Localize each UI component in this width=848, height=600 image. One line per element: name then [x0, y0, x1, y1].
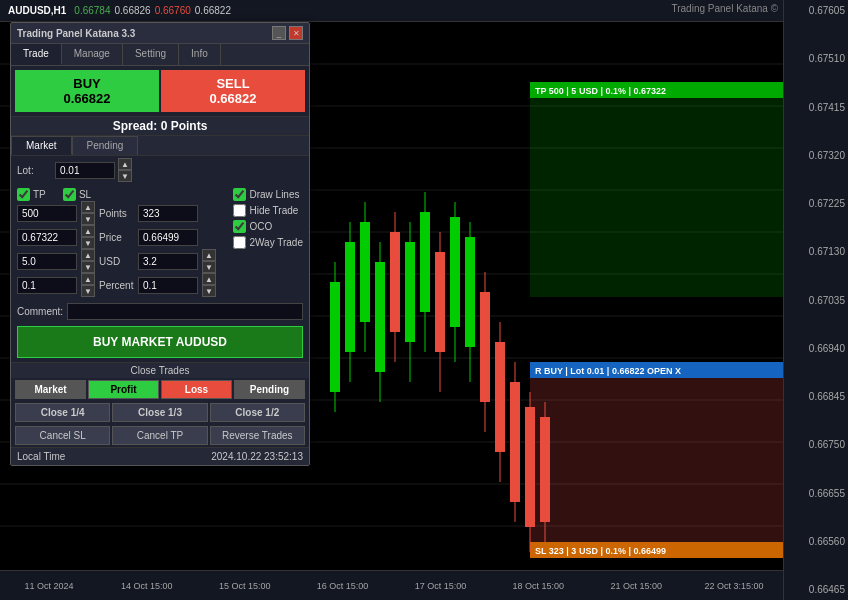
oco-label[interactable]: OCO — [233, 220, 303, 233]
comment-input[interactable] — [67, 303, 303, 320]
reverse-trades-button[interactable]: Reverse Trades — [210, 426, 305, 445]
local-time-value: 2024.10.22 23:52:13 — [211, 451, 303, 462]
svg-rect-40 — [465, 237, 475, 347]
close-market-button[interactable]: Market — [15, 380, 86, 399]
buy-price: 0.66822 — [21, 91, 153, 106]
draw-lines-checkbox[interactable] — [233, 188, 246, 201]
sl-pct-increment[interactable]: ▲ — [202, 273, 216, 285]
sl-label: SL — [79, 189, 91, 200]
tp-pct-spinner: ▲ ▼ — [81, 273, 95, 297]
tab-manage[interactable]: Manage — [62, 44, 123, 65]
tp-price-increment[interactable]: ▲ — [81, 225, 95, 237]
tp-row: TP SL — [17, 188, 219, 201]
sell-label: SELL — [167, 76, 299, 91]
draw-lines-text: Draw Lines — [249, 189, 299, 200]
svg-text:TP 500 | 5 USD | 0.1% | 0.6732: TP 500 | 5 USD | 0.1% | 0.67322 — [535, 86, 666, 96]
tp-pct-input[interactable] — [17, 277, 77, 294]
price-tick: 0.66560 — [787, 536, 845, 547]
main-form: TP SL ▲ ▼ Points — [11, 184, 309, 301]
close-trades-row: Market Profit Loss Pending — [11, 378, 309, 401]
svg-rect-36 — [435, 252, 445, 352]
close-pending-button[interactable]: Pending — [234, 380, 305, 399]
close-trades-header: Close Trades — [11, 362, 309, 378]
sl-usd-input[interactable] — [138, 253, 198, 270]
close-loss-button[interactable]: Loss — [161, 380, 232, 399]
right-options: Draw Lines Hide Trade OCO 2Way Trade — [233, 188, 303, 297]
close-profit-button[interactable]: Profit — [88, 380, 159, 399]
tp-increment[interactable]: ▲ — [81, 201, 95, 213]
price-tick: 0.66750 — [787, 439, 845, 450]
tp-usd-increment[interactable]: ▲ — [81, 249, 95, 261]
price-tick: 0.66465 — [787, 584, 845, 595]
lot-decrement[interactable]: ▼ — [118, 170, 132, 182]
time-tick: 21 Oct 15:00 — [587, 581, 685, 591]
tp-usd-decrement[interactable]: ▼ — [81, 261, 95, 273]
comment-row: Comment: — [11, 301, 309, 322]
sl-pct-spinner: ▲ ▼ — [202, 273, 216, 297]
tp-usd-input[interactable] — [17, 253, 77, 270]
sub-tab-market[interactable]: Market — [11, 136, 72, 155]
lot-increment[interactable]: ▲ — [118, 158, 132, 170]
price-tick: 0.66655 — [787, 488, 845, 499]
tab-info[interactable]: Info — [179, 44, 221, 65]
price-tick: 0.67510 — [787, 53, 845, 64]
panel-controls: _ ✕ — [272, 26, 303, 40]
tp-checkbox-label[interactable]: TP — [17, 188, 46, 201]
two-way-text: 2Way Trade — [249, 237, 303, 248]
sl-pct-input[interactable] — [138, 277, 198, 294]
cancel-sl-button[interactable]: Cancel SL — [15, 426, 110, 445]
price-row: ▲ ▼ Price — [17, 225, 219, 249]
minimize-button[interactable]: _ — [272, 26, 286, 40]
price-close: 0.66822 — [195, 5, 231, 16]
sl-usd-decrement[interactable]: ▼ — [202, 261, 216, 273]
close-half-button[interactable]: Close 1/2 — [210, 403, 305, 422]
two-way-label[interactable]: 2Way Trade — [233, 236, 303, 249]
tp-price-input[interactable] — [17, 229, 77, 246]
tp-usd-spinner: ▲ ▼ — [81, 249, 95, 273]
sell-button[interactable]: SELL 0.66822 — [161, 70, 305, 112]
buy-market-button[interactable]: BUY MARKET AUDUSD — [17, 326, 303, 358]
tp-price-decrement[interactable]: ▼ — [81, 237, 95, 249]
top-right-branding: Trading Panel Katana © — [671, 3, 778, 14]
svg-rect-30 — [390, 232, 400, 332]
hide-trade-checkbox[interactable] — [233, 204, 246, 217]
close-third-button[interactable]: Close 1/3 — [112, 403, 207, 422]
buy-sell-row: BUY 0.66822 SELL 0.66822 — [11, 66, 309, 116]
tab-trade[interactable]: Trade — [11, 44, 62, 65]
svg-rect-13 — [530, 82, 783, 297]
price-tick: 0.67130 — [787, 246, 845, 257]
tp-pct-increment[interactable]: ▲ — [81, 273, 95, 285]
svg-rect-44 — [495, 342, 505, 452]
cancel-tp-button[interactable]: Cancel TP — [112, 426, 207, 445]
sub-tab-pending[interactable]: Pending — [72, 136, 139, 155]
price-label: 0.66784 — [74, 5, 110, 16]
action-row: Cancel SL Cancel TP Reverse Trades — [11, 424, 309, 447]
sl-points-input[interactable] — [138, 205, 198, 222]
svg-rect-38 — [450, 217, 460, 327]
tp-checkbox[interactable] — [17, 188, 30, 201]
lot-input[interactable] — [55, 162, 115, 179]
sl-usd-increment[interactable]: ▲ — [202, 249, 216, 261]
close-button[interactable]: ✕ — [289, 26, 303, 40]
sl-pct-decrement[interactable]: ▼ — [202, 285, 216, 297]
sl-checkbox-label[interactable]: SL — [63, 188, 91, 201]
tp-value-row: ▲ ▼ Points — [17, 201, 219, 225]
sl-checkbox[interactable] — [63, 188, 76, 201]
oco-checkbox[interactable] — [233, 220, 246, 233]
buy-button[interactable]: BUY 0.66822 — [15, 70, 159, 112]
price-tick: 0.67035 — [787, 295, 845, 306]
tp-pct-decrement[interactable]: ▼ — [81, 285, 95, 297]
tab-setting[interactable]: Setting — [123, 44, 179, 65]
time-tick: 15 Oct 15:00 — [196, 581, 294, 591]
svg-rect-14 — [530, 362, 783, 547]
sl-price-input[interactable] — [138, 229, 198, 246]
price-tick: 0.66845 — [787, 391, 845, 402]
two-way-checkbox[interactable] — [233, 236, 246, 249]
close-quarter-button[interactable]: Close 1/4 — [15, 403, 110, 422]
tp-value-input[interactable] — [17, 205, 77, 222]
svg-rect-46 — [510, 382, 520, 502]
svg-rect-32 — [405, 242, 415, 342]
draw-lines-label[interactable]: Draw Lines — [233, 188, 303, 201]
tp-decrement[interactable]: ▼ — [81, 213, 95, 225]
hide-trade-label[interactable]: Hide Trade — [233, 204, 303, 217]
